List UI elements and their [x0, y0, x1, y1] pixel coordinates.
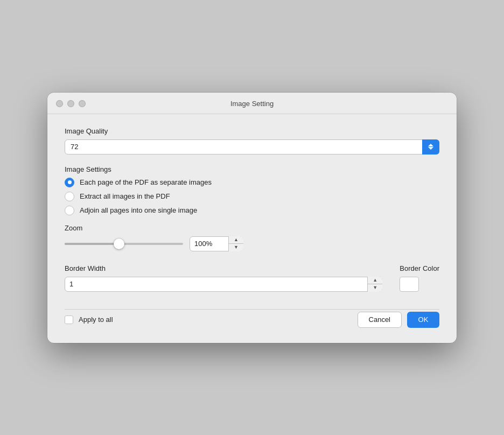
border-color-group: Border Color	[400, 264, 439, 292]
maximize-button[interactable]	[79, 100, 86, 107]
border-width-decrement-button[interactable]: ▼	[368, 284, 382, 292]
apply-to-all-label: Apply to all	[79, 315, 113, 324]
image-settings-label: Image Settings	[65, 165, 439, 173]
zoom-increment-button[interactable]: ▲	[229, 236, 243, 244]
radio-extract-label: Extract all images in the PDF	[80, 192, 170, 200]
title-bar: Image Setting	[47, 93, 457, 114]
border-width-input[interactable]	[65, 277, 382, 292]
zoom-stepper-buttons: ▲ ▼	[228, 236, 243, 251]
ok-button[interactable]: OK	[407, 312, 439, 328]
radio-adjoin-circle[interactable]	[65, 206, 74, 215]
zoom-label: Zoom	[65, 224, 439, 232]
cancel-button[interactable]: Cancel	[358, 312, 402, 328]
radio-separate-label: Each page of the PDF as separate images	[80, 178, 212, 186]
apply-to-all-checkbox[interactable]	[65, 315, 73, 324]
border-width-stepper-wrapper: ▲ ▼	[65, 277, 382, 292]
border-width-label: Border Width	[65, 264, 382, 272]
zoom-stepper-wrapper: ▲ ▼	[190, 236, 243, 251]
zoom-section: Zoom ▲ ▼	[65, 224, 439, 251]
border-width-group: Border Width ▲ ▼	[65, 264, 382, 292]
radio-item-adjoin[interactable]: Adjoin all pages into one single image	[65, 206, 439, 215]
dialog-footer: Apply to all Cancel OK	[65, 309, 439, 328]
border-width-increment-button[interactable]: ▲	[368, 277, 382, 285]
image-quality-wrapper	[65, 139, 439, 155]
radio-adjoin-label: Adjoin all pages into one single image	[80, 206, 197, 214]
minimize-button[interactable]	[67, 100, 74, 107]
zoom-decrement-button[interactable]: ▼	[229, 244, 243, 251]
border-width-stepper-buttons: ▲ ▼	[367, 277, 382, 292]
image-quality-input[interactable]	[65, 139, 439, 155]
radio-item-separate[interactable]: Each page of the PDF as separate images	[65, 178, 439, 187]
traffic-lights	[56, 100, 86, 107]
zoom-slider-track[interactable]	[65, 243, 183, 245]
apply-to-all-group[interactable]: Apply to all	[65, 315, 113, 324]
radio-separate-circle[interactable]	[65, 178, 74, 187]
image-quality-stepper[interactable]	[422, 139, 439, 155]
image-setting-dialog: Image Setting Image Quality Image Settin…	[47, 93, 457, 343]
dialog-content: Image Quality Image Settings Each page o…	[47, 114, 457, 343]
border-section: Border Width ▲ ▼ Border Color	[65, 264, 439, 292]
radio-item-extract[interactable]: Extract all images in the PDF	[65, 192, 439, 201]
border-color-label: Border Color	[400, 264, 439, 272]
zoom-controls: ▲ ▼	[65, 236, 439, 251]
image-quality-label: Image Quality	[65, 127, 439, 135]
close-button[interactable]	[56, 100, 63, 107]
footer-buttons: Cancel OK	[358, 312, 439, 328]
radio-extract-circle[interactable]	[65, 192, 74, 201]
dialog-title: Image Setting	[230, 100, 274, 108]
zoom-slider-thumb[interactable]	[114, 238, 124, 249]
border-color-swatch[interactable]	[400, 277, 419, 292]
image-settings-radio-group: Each page of the PDF as separate images …	[65, 178, 439, 215]
